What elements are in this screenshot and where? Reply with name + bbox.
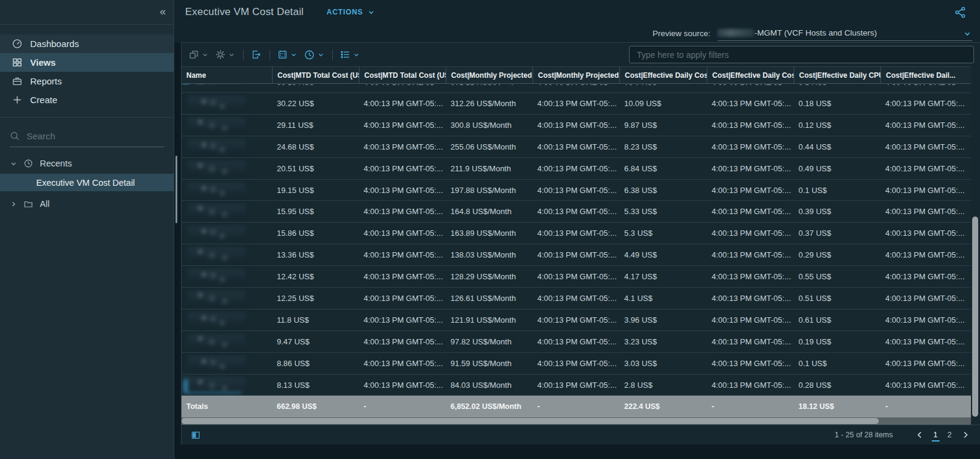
column-header-4[interactable]: Cost|Monthly Projected T... [533,67,619,83]
table-row[interactable]: 11.8 US$4:00:13 PM GMT-05:...121.91 US$/… [182,309,971,331]
redacted-vm-name [188,204,245,218]
table-cell: 4:00:13 PM GMT-05:... [359,136,446,157]
table-cell: 0.28 US$ [794,375,880,396]
table-row[interactable]: 12.25 US$4:00:13 PM GMT-05:...126.61 US$… [182,288,971,309]
grid-toolbar [182,43,980,66]
table-cell: 255.06 US$/Month [446,136,533,157]
horizontal-scrollbar-thumb[interactable] [182,418,879,424]
settings-button[interactable] [215,49,235,60]
popout-view-button[interactable] [189,49,208,60]
sidebar-item-create[interactable]: Create [0,90,174,109]
table-row[interactable]: 15.86 US$4:00:13 PM GMT-05:...163.89 US$… [182,223,971,244]
page-title: Executive VM Cost Detail [185,6,304,18]
chevron-right-icon [10,201,17,207]
table-cell: 4:00:13 PM GMT-05:... [533,180,619,201]
table-cell: 4:00:13 PM GMT-05:... [359,84,446,85]
folder-icon [24,199,33,209]
recent-item-label: Executive VM Cost Detail [36,178,135,188]
table-cell: 4:00:13 PM GMT-05:... [707,136,794,157]
page-button-1[interactable]: 1 [932,429,940,442]
table-cell: 4:00:13 PM GMT-05:... [880,115,971,136]
totals-cell-8: - [880,396,971,417]
column-header-0[interactable]: Name [182,67,272,83]
sidebar-item-label: Reports [30,76,62,86]
column-header-3[interactable]: Cost|Monthly Projected T... [446,67,533,83]
next-page-button[interactable] [962,431,969,438]
sidebar-item-reports[interactable]: Reports [0,72,174,90]
table-cell: 4:00:13 PM GMT-05:... [707,266,794,287]
gear-icon [215,49,226,60]
grid-rows: 30.53 US$4:00:13 PM GMT-05:...315.55 US$… [182,84,971,396]
export-button[interactable] [251,49,261,60]
previous-page-button[interactable] [916,431,923,438]
table-cell: 0.37 US$ [794,223,880,244]
totals-cell-5: 222.4 US$ [619,396,707,417]
vertical-scrollbar-thumb[interactable] [972,217,978,417]
table-cell-name [182,223,272,244]
recent-item-executive-vm-cost-detail[interactable]: Executive VM Cost Detail [0,174,174,191]
table-cell: 4:00:13 PM GMT-05:... [880,244,971,265]
table-cell: 0.1 US$ [794,180,880,201]
sidebar-item-label: Create [30,95,57,105]
table-row[interactable]: 15.95 US$4:00:13 PM GMT-05:...164.8 US$/… [182,201,971,223]
pagination: 12 [916,429,969,442]
search-input[interactable] [27,131,164,141]
column-header-6[interactable]: Cost|Effective Daily Cost ... [707,67,794,83]
redacted-vm-name [188,161,245,176]
share-icon[interactable] [954,6,967,19]
column-header-5[interactable]: Cost|Effective Daily Cost ... [619,67,707,83]
table-cell: 4:00:13 PM GMT-05:... [707,201,794,222]
redacted-vm-name [188,356,245,370]
table-row[interactable]: 12.42 US$4:00:13 PM GMT-05:...128.29 US$… [182,266,971,288]
redacted-vm-name [188,269,245,283]
table-cell: 8.23 US$ [619,136,707,157]
table-row[interactable]: 13.36 US$4:00:13 PM GMT-05:...138.03 US$… [182,244,971,266]
panel-splitter-handle[interactable] [175,156,177,223]
chevron-down-icon [318,52,324,58]
filter-input[interactable] [629,46,974,63]
totals-cell-4: - [533,396,619,417]
export-icon [251,49,261,60]
collapse-sidebar-icon[interactable]: « [160,5,166,17]
table-cell: 4:00:13 PM GMT-05:... [880,375,971,396]
table-cell: 4:00:13 PM GMT-05:... [707,375,794,396]
table-cell: 10.09 US$ [619,93,707,114]
horizontal-scrollbar[interactable] [182,417,971,425]
time-settings-button[interactable] [304,49,324,60]
table-cell: 4:00:13 PM GMT-05:... [707,353,794,374]
actions-menu-button[interactable]: ACTIONS [327,8,375,16]
table-row[interactable]: 24.68 US$4:00:13 PM GMT-05:...255.06 US$… [182,136,971,158]
table-row[interactable]: 9.47 US$4:00:13 PM GMT-05:...97.82 US$/M… [182,331,971,353]
table-row[interactable]: 30.22 US$4:00:13 PM GMT-05:...312.26 US$… [182,93,971,115]
recents-group-header[interactable]: Recents [0,156,174,171]
table-cell: 10.1 US$ [619,84,707,85]
table-cell: 0.1 US$ [794,353,880,374]
sidebar-item-views[interactable]: Views [0,53,174,72]
table-row[interactable]: 8.86 US$4:00:13 PM GMT-05:...91.59 US$/M… [182,353,971,375]
table-cell-name [182,244,272,265]
page-button-2[interactable]: 2 [946,429,953,442]
table-cell: 4:00:13 PM GMT-05:... [880,93,971,114]
table-cell-name [182,136,272,157]
column-header-8[interactable]: Cost|Effective Dail... [880,67,971,83]
table-cell: 4:00:13 PM GMT-05:... [880,201,971,222]
chevron-down-icon [291,52,297,58]
table-row[interactable]: 19.15 US$4:00:13 PM GMT-05:...197.88 US$… [182,180,971,201]
list-options-button[interactable] [340,49,359,60]
redacted-vm-name [188,312,245,327]
sidebar-item-dashboards[interactable]: Dashboards [0,34,174,53]
column-picker-button[interactable] [191,431,200,440]
column-header-1[interactable]: Cost|MTD Total Cost (US$) [272,67,359,83]
date-range-button[interactable] [277,49,297,60]
column-header-7[interactable]: Cost|Effective Daily CPU ... [794,67,880,83]
preview-source-row: Preview source: -MGMT (VCF Hosts and Clu… [175,24,980,42]
table-row[interactable]: 8.13 US$4:00:13 PM GMT-05:...84.03 US$/M… [182,375,971,396]
tree-node-all[interactable]: All [0,197,174,211]
sidebar-divider [0,117,174,118]
preview-source-select[interactable]: -MGMT (VCF Hosts and Clusters) [718,26,972,41]
table-row[interactable]: 29.11 US$4:00:13 PM GMT-05:...300.8 US$/… [182,115,971,136]
table-cell: 15.86 US$ [272,223,359,244]
table-row[interactable]: 30.53 US$4:00:13 PM GMT-05:...315.55 US$… [182,84,971,93]
column-header-2[interactable]: Cost|MTD Total Cost (US... [359,67,446,83]
table-row[interactable]: 20.51 US$4:00:13 PM GMT-05:...211.9 US$/… [182,158,971,180]
